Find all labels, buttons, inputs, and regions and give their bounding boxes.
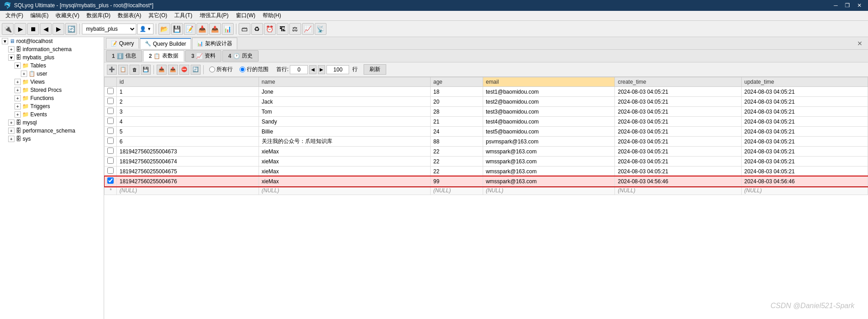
expand-icon-user[interactable]: +: [21, 71, 27, 77]
row-checkbox[interactable]: [107, 148, 114, 154]
sidebar-item-user-table[interactable]: + 📋 user: [0, 70, 104, 78]
refresh-db-button[interactable]: 🔄: [65, 23, 77, 35]
row-checkbox[interactable]: [107, 128, 114, 134]
sidebar-item-functions[interactable]: + 📁 Functions: [0, 94, 104, 102]
radio-range-input[interactable]: [240, 67, 245, 72]
col-header-age[interactable]: age: [431, 77, 483, 87]
table-row[interactable]: 1819427560255004673xieMax22wmsspark@163.…: [105, 147, 868, 157]
database-select[interactable]: mybatis_plus: [82, 24, 136, 34]
sidebar-item-root[interactable]: ▼ 🖥 root@localhost: [0, 37, 104, 45]
restore-button[interactable]: ❐: [842, 2, 853, 9]
subtab-info[interactable]: 1 ℹ️ 信息: [106, 50, 142, 62]
menu-edit[interactable]: 编辑(E): [27, 11, 52, 20]
expand-icon-events[interactable]: +: [14, 111, 21, 118]
subtab-info2[interactable]: 3 📈 资料: [185, 50, 221, 62]
first-row-input[interactable]: [290, 65, 308, 74]
col-header-name[interactable]: name: [259, 77, 430, 87]
refresh-button[interactable]: 刷新: [364, 64, 386, 75]
menu-file[interactable]: 文件(F): [2, 11, 27, 20]
expand-icon-sys[interactable]: +: [8, 136, 14, 142]
row-checkbox[interactable]: [107, 118, 114, 124]
expand-icon-views[interactable]: +: [14, 79, 21, 85]
schedule-button[interactable]: ⏰: [264, 23, 276, 35]
row-checkbox[interactable]: [107, 98, 114, 104]
expand-icon-performance-schema[interactable]: +: [8, 128, 14, 134]
delete-all-button[interactable]: ⛔: [179, 65, 189, 75]
back-button[interactable]: ◀: [40, 23, 52, 35]
sidebar-item-performance-schema[interactable]: + 🗄 performance_schema: [0, 127, 104, 135]
sidebar-item-events[interactable]: + 📁 Events: [0, 110, 104, 119]
next-page-button[interactable]: ▶: [318, 65, 325, 74]
col-header-id[interactable]: id: [117, 77, 259, 87]
subtab-history[interactable]: 4 🕐 历史: [222, 50, 259, 62]
page-size-input[interactable]: [326, 65, 349, 74]
expand-icon-stored-procs[interactable]: +: [14, 87, 21, 93]
table-row[interactable]: 1819427560255004674xieMax22wmsspark@163.…: [105, 157, 868, 167]
window-controls[interactable]: ─ ❐ ✕: [831, 2, 864, 9]
table-row[interactable]: 2Jack20test2@baomidou.com2024-08-03 04:0…: [105, 97, 868, 107]
close-button[interactable]: ✕: [854, 2, 864, 9]
expand-icon-information-schema[interactable]: +: [8, 46, 14, 52]
table-row[interactable]: 1819427560255004675xieMax22wmsspark@163.…: [105, 167, 868, 176]
expand-icon-tables[interactable]: ▼: [14, 62, 21, 69]
insert-row-button[interactable]: ➕: [107, 65, 117, 75]
sidebar-item-information-schema[interactable]: + 🗄 information_schema: [0, 45, 104, 53]
sidebar-item-sys[interactable]: + 🗄 sys: [0, 135, 104, 143]
save-file-button[interactable]: 💾: [171, 23, 183, 35]
import-csv-button[interactable]: 📥: [157, 65, 167, 75]
tab-schema-designer[interactable]: 📊 架构设计器: [192, 38, 237, 49]
expand-icon-mybatis-plus[interactable]: ▼: [8, 54, 14, 61]
execute-button[interactable]: ▶: [14, 23, 26, 35]
tab-query-builder[interactable]: 🔧 Query Builder: [140, 38, 191, 49]
sidebar-item-stored-procs[interactable]: + 📁 Stored Procs: [0, 86, 104, 94]
menu-favorites[interactable]: 收藏夹(V): [52, 11, 83, 20]
menu-database[interactable]: 数据库(D): [83, 11, 114, 20]
col-header-create-time[interactable]: create_time: [615, 77, 741, 87]
row-checkbox[interactable]: [107, 157, 114, 164]
row-checkbox[interactable]: [107, 88, 114, 94]
sidebar-item-triggers[interactable]: + 📁 Triggers: [0, 102, 104, 110]
new-connection-button[interactable]: 🔌: [2, 23, 14, 35]
stop-button[interactable]: ⏹: [27, 23, 39, 35]
sidebar-item-views[interactable]: + 📁 Views: [0, 78, 104, 86]
table-row[interactable]: 1Jone18test1@baomidou.com2024-08-03 04:0…: [105, 87, 868, 97]
table-row[interactable]: 6关注我的公众号：爪哇知识库88psvmspark@163.com2024-08…: [105, 137, 868, 147]
table-designer-button[interactable]: 📊: [222, 23, 234, 35]
user-dropdown[interactable]: 👤 ▼: [137, 24, 153, 34]
save-changes-button[interactable]: 💾: [141, 65, 151, 75]
prev-page-button[interactable]: ◀: [309, 65, 317, 74]
table-row[interactable]: 5Billie24test5@baomidou.com2024-08-03 04…: [105, 127, 868, 137]
new-query-button[interactable]: 📝: [184, 23, 196, 35]
delete-row-button[interactable]: 🗑: [129, 65, 139, 75]
monitor-button[interactable]: 📡: [315, 23, 326, 35]
forward-button[interactable]: ▶: [53, 23, 64, 35]
table-row[interactable]: 4Sandy21test4@baomidou.com2024-08-03 04:…: [105, 117, 868, 127]
sidebar-item-tables[interactable]: ▼ 📁 Tables: [0, 62, 104, 70]
menu-enhanced[interactable]: 增强工具(P): [196, 11, 232, 20]
open-file-button[interactable]: 📂: [158, 23, 170, 35]
menu-other[interactable]: 其它(O): [145, 11, 171, 20]
export-button[interactable]: 📤: [209, 23, 221, 35]
import-button[interactable]: 📥: [197, 23, 208, 35]
row-checkbox[interactable]: [107, 177, 114, 184]
content-close-button[interactable]: ✕: [854, 40, 866, 47]
menu-table[interactable]: 数据表(A): [114, 11, 145, 20]
backup-button[interactable]: 🗃: [239, 23, 250, 35]
menu-window[interactable]: 窗口(W): [232, 11, 259, 20]
tab-query[interactable]: 📝 Query: [106, 38, 139, 48]
row-checkbox[interactable]: [107, 167, 114, 174]
sidebar-item-mybatis-plus[interactable]: ▼ 🗄 mybatis_plus: [0, 53, 104, 62]
col-header-update-time[interactable]: update_time: [741, 77, 868, 87]
reload-button[interactable]: 🔄: [191, 65, 201, 75]
row-checkbox[interactable]: [107, 138, 114, 144]
table-row[interactable]: 1819427560255004676xieMax99wmsspark@163.…: [105, 176, 868, 186]
radio-all-input[interactable]: [209, 67, 215, 72]
report-button[interactable]: 📈: [302, 23, 314, 35]
menu-tools[interactable]: 工具(T): [171, 11, 196, 20]
expand-icon-triggers[interactable]: +: [14, 103, 21, 110]
minimize-button[interactable]: ─: [831, 2, 840, 9]
restore-db-button[interactable]: ♻: [251, 23, 263, 35]
radio-range[interactable]: 行的范围: [240, 66, 269, 73]
expand-icon-mysql[interactable]: +: [8, 119, 14, 126]
sidebar-item-mysql[interactable]: + 🗄 mysql: [0, 119, 104, 127]
